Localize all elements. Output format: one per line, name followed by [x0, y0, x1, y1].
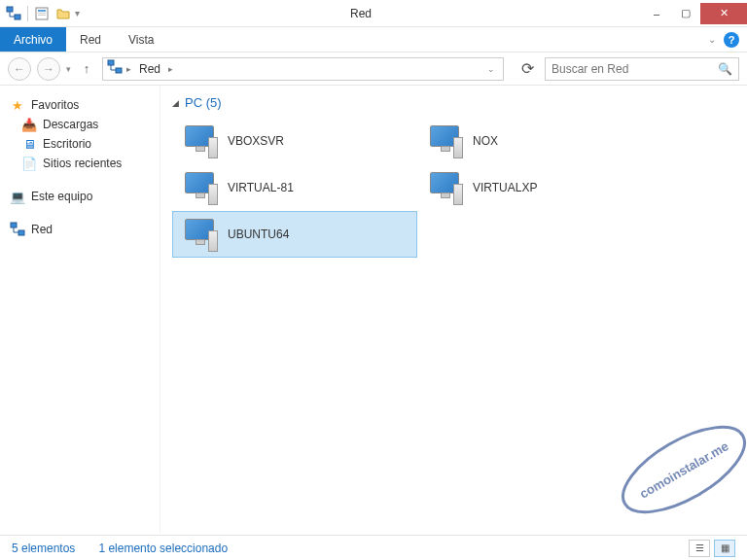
- svg-rect-0: [7, 7, 13, 12]
- forward-button[interactable]: →: [37, 57, 60, 81]
- svg-rect-8: [11, 223, 17, 228]
- computer-icon: [426, 123, 463, 158]
- sidebar-item-label: Escritorio: [43, 137, 91, 151]
- navigation-pane: ★ Favoritos 📥 Descargas 🖥 Escritorio 📄 S…: [0, 86, 160, 533]
- status-selection: 1 elemento seleccionado: [98, 542, 228, 555]
- computer-item[interactable]: VIRTUALXP: [417, 164, 662, 211]
- content-pane: ◢ PC (5) VBOXSVR NOX VIRTUAL-81 VIRTUALX…: [160, 86, 747, 533]
- search-box[interactable]: 🔍: [545, 57, 739, 81]
- maximize-button[interactable]: ▢: [671, 3, 700, 24]
- item-label: VIRTUAL-81: [228, 181, 294, 194]
- svg-rect-4: [38, 13, 46, 14]
- item-label: NOX: [473, 134, 498, 148]
- tab-vista[interactable]: Vista: [115, 27, 167, 52]
- window-title: Red: [80, 7, 642, 20]
- up-button[interactable]: ↑: [77, 59, 96, 79]
- svg-rect-3: [38, 10, 46, 12]
- chevron-right-icon[interactable]: ▸: [168, 64, 173, 74]
- sidebar-item-sitios-recientes[interactable]: 📄 Sitios recientes: [4, 154, 156, 173]
- body-area: ★ Favoritos 📥 Descargas 🖥 Escritorio 📄 S…: [0, 86, 747, 533]
- watermark: comoinstalar.me: [611, 397, 747, 533]
- group-header-pc[interactable]: ◢ PC (5): [172, 95, 735, 110]
- status-count: 5 elementos: [12, 542, 75, 555]
- new-folder-icon[interactable]: [53, 4, 73, 23]
- quick-access-toolbar: ▾: [0, 4, 80, 23]
- window-controls: – ▢ ✕: [642, 3, 747, 24]
- close-button[interactable]: ✕: [700, 3, 747, 24]
- search-icon[interactable]: 🔍: [718, 62, 732, 76]
- history-dropdown-icon[interactable]: ▾: [66, 64, 71, 74]
- view-icons-button[interactable]: ▦: [714, 540, 735, 557]
- item-label: VBOXSVR: [228, 134, 284, 148]
- sidebar-favorites[interactable]: ★ Favoritos: [4, 95, 156, 115]
- app-icon: [4, 4, 23, 23]
- refresh-button[interactable]: ⟳: [516, 57, 539, 81]
- collapse-arrow-icon[interactable]: ◢: [172, 98, 179, 108]
- breadcrumb[interactable]: ▸ Red ▸ ⌄: [102, 57, 504, 81]
- search-input[interactable]: [551, 62, 718, 76]
- sidebar-item-label: Sitios recientes: [43, 157, 122, 170]
- item-label: UBUNTU64: [228, 228, 289, 241]
- computer-icon: [426, 170, 463, 205]
- svg-point-10: [611, 410, 747, 529]
- minimize-button[interactable]: –: [642, 3, 671, 24]
- tab-archivo[interactable]: Archivo: [0, 27, 66, 52]
- sidebar-item-escritorio[interactable]: 🖥 Escritorio: [4, 134, 156, 154]
- properties-icon[interactable]: [32, 4, 52, 23]
- network-icon: [10, 222, 25, 237]
- sidebar-item-descargas[interactable]: 📥 Descargas: [4, 115, 156, 134]
- computer-icon: [181, 217, 218, 252]
- sidebar-red[interactable]: Red: [4, 220, 156, 239]
- sidebar-este-equipo[interactable]: 💻 Este equipo: [4, 187, 156, 206]
- help-icon[interactable]: ?: [724, 32, 739, 48]
- items-grid: VBOXSVR NOX VIRTUAL-81 VIRTUALXP UBUNTU6…: [172, 118, 735, 258]
- computer-item[interactable]: VIRTUAL-81: [172, 164, 417, 211]
- title-bar: ▾ Red – ▢ ✕: [0, 0, 747, 27]
- desktop-icon: 🖥: [21, 136, 37, 152]
- computer-item[interactable]: VBOXSVR: [172, 118, 417, 164]
- sidebar-item-label: Este equipo: [31, 190, 92, 203]
- chevron-right-icon[interactable]: ▸: [126, 64, 131, 74]
- download-folder-icon: 📥: [21, 117, 37, 132]
- svg-rect-6: [108, 60, 114, 65]
- computer-icon: 💻: [10, 189, 25, 204]
- group-label: PC (5): [185, 95, 222, 110]
- computer-item[interactable]: NOX: [417, 118, 662, 164]
- view-details-button[interactable]: ☰: [689, 540, 710, 557]
- sidebar-item-label: Descargas: [43, 118, 98, 131]
- breadcrumb-dropdown-icon[interactable]: ⌄: [487, 64, 499, 74]
- breadcrumb-location[interactable]: Red: [135, 62, 164, 76]
- tab-red[interactable]: Red: [66, 27, 115, 52]
- svg-rect-9: [18, 230, 24, 235]
- ribbon-tabs: Archivo Red Vista ⌄ ?: [0, 27, 747, 52]
- star-icon: ★: [10, 97, 25, 113]
- status-bar: 5 elementos 1 elemento seleccionado ☰ ▦: [0, 535, 747, 560]
- svg-rect-7: [116, 68, 122, 73]
- separator: [27, 6, 28, 21]
- sidebar-item-label: Favoritos: [31, 98, 79, 112]
- svg-rect-1: [15, 15, 20, 19]
- item-label: VIRTUALXP: [473, 181, 537, 194]
- network-location-icon: [107, 59, 123, 79]
- computer-item[interactable]: UBUNTU64: [172, 211, 417, 258]
- svg-rect-5: [38, 15, 46, 16]
- computer-icon: [181, 170, 218, 205]
- back-button[interactable]: ←: [8, 57, 31, 81]
- svg-text:comoinstalar.me: comoinstalar.me: [637, 438, 730, 501]
- recent-icon: 📄: [21, 156, 37, 171]
- navigation-bar: ← → ▾ ↑ ▸ Red ▸ ⌄ ⟳ 🔍: [0, 52, 747, 86]
- ribbon-collapse-icon[interactable]: ⌄: [708, 34, 716, 45]
- computer-icon: [181, 123, 218, 158]
- sidebar-item-label: Red: [31, 223, 53, 236]
